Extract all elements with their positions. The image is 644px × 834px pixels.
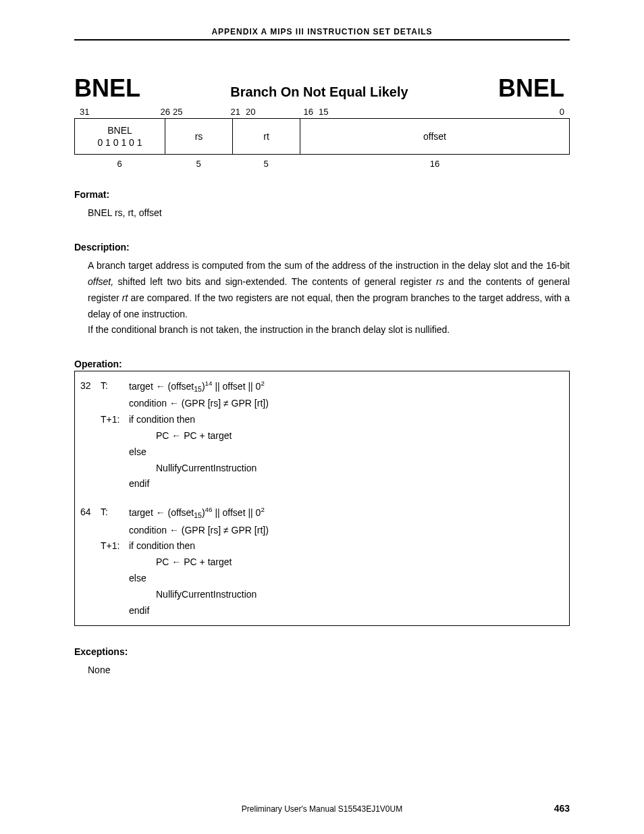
description-body: A branch target address is computed from… xyxy=(74,258,570,338)
enc-rt: rt xyxy=(233,119,300,154)
op-target-32: target ← (offset15)14 || offset || 02 xyxy=(129,378,564,396)
op-nullify: NullifyCurrentInstruction xyxy=(129,587,564,603)
desc-text: are compared. If the two registers are n… xyxy=(88,292,570,319)
enc-opcode-bits: 0 1 0 1 0 1 xyxy=(78,136,162,149)
op-target-64: target ← (offset15)46 || offset || 02 xyxy=(129,504,564,522)
op-time-t: T: xyxy=(101,504,129,522)
exceptions-body: None xyxy=(74,662,570,679)
op-time-t1: T+1: xyxy=(101,412,129,428)
op-else: else xyxy=(129,571,564,587)
bit-26: 26 xyxy=(161,107,170,117)
bit-15: 15 xyxy=(316,107,328,117)
desc-offset: offset, xyxy=(88,276,113,287)
format-body: BNEL rs, rt, offset xyxy=(74,205,570,221)
bit-21: 21 xyxy=(231,107,240,117)
page-footer: Preliminary User's Manual S15543EJ1V0UM … xyxy=(74,803,570,814)
desc-rs: rs xyxy=(436,276,444,287)
desc-text: A branch target address is computed from… xyxy=(88,260,570,271)
desc-p2: If the conditional branch is not taken, … xyxy=(88,324,450,335)
enc-offset: offset xyxy=(300,119,569,154)
instruction-title-row: BNEL Branch On Not Equal Likely BNEL xyxy=(74,74,570,103)
op-time-t: T: xyxy=(101,378,129,396)
bit-16: 16 xyxy=(304,107,313,117)
enc-opcode: BNEL 0 1 0 1 0 1 xyxy=(75,119,165,154)
operation-box: 32 T: target ← (offset15)14 || offset ||… xyxy=(74,371,570,626)
instruction-name: Branch On Not Equal Likely xyxy=(230,84,408,100)
op-cond: condition ← (GPR [rs] ≠ GPR [rt]) xyxy=(129,396,564,412)
enc-rs: rs xyxy=(165,119,233,154)
field-widths: 6 5 5 16 xyxy=(74,155,570,169)
footer-page-number: 463 xyxy=(402,803,570,814)
width-5a: 5 xyxy=(165,159,232,169)
bit-0: 0 xyxy=(560,107,564,117)
width-6: 6 xyxy=(74,159,165,169)
bit-positions: 3126 2521 2016 150 xyxy=(74,107,570,118)
op-if: if condition then xyxy=(129,538,564,554)
op-time-t1: T+1: xyxy=(101,538,129,554)
enc-opcode-name: BNEL xyxy=(78,124,162,136)
width-5b: 5 xyxy=(232,159,300,169)
op-endif: endif xyxy=(129,476,564,492)
description-heading: Description: xyxy=(74,242,570,253)
mnemonic-left: BNEL xyxy=(74,74,140,103)
operation-heading: Operation: xyxy=(74,359,570,369)
op-pc: PC ← PC + target xyxy=(129,554,564,571)
format-heading: Format: xyxy=(74,189,570,200)
op-endif: endif xyxy=(129,603,564,619)
desc-text: shifted left two bits and sign-extended.… xyxy=(113,276,436,287)
op-pc: PC ← PC + target xyxy=(129,428,564,444)
op-mode-64: 64 xyxy=(80,504,101,522)
bit-31: 31 xyxy=(80,107,89,117)
op-nullify: NullifyCurrentInstruction xyxy=(129,461,564,477)
op-if: if condition then xyxy=(129,412,564,428)
op-else: else xyxy=(129,444,564,461)
op-cond: condition ← (GPR [rs] ≠ GPR [rt]) xyxy=(129,523,564,539)
bit-20: 20 xyxy=(246,107,255,117)
exceptions-heading: Exceptions: xyxy=(74,646,570,657)
mnemonic-right: BNEL xyxy=(498,74,564,103)
op-mode-32: 32 xyxy=(80,378,101,396)
width-16: 16 xyxy=(300,159,570,169)
bit-25: 25 xyxy=(173,107,182,117)
encoding-table: BNEL 0 1 0 1 0 1 rs rt offset xyxy=(74,118,570,155)
footer-doc-id: Preliminary User's Manual S15543EJ1V0UM xyxy=(242,804,402,814)
appendix-header: APPENDIX A MIPS III INSTRUCTION SET DETA… xyxy=(74,27,570,41)
